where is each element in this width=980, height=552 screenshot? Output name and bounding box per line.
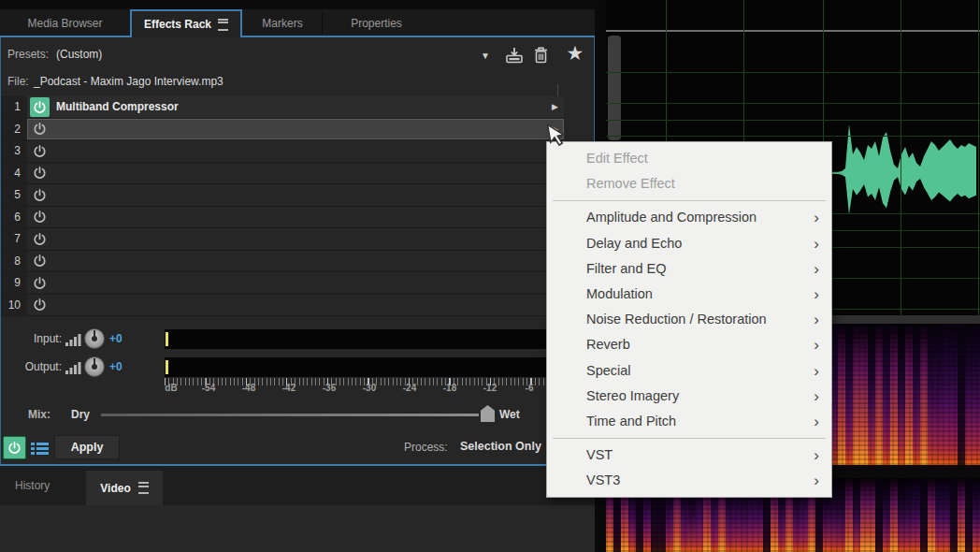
effect-slot-7[interactable]: 7: [1, 228, 564, 251]
slot-power-icon[interactable]: [30, 141, 50, 161]
slot-body[interactable]: [27, 295, 564, 316]
menu-item-time-and-pitch[interactable]: Time and Pitch›: [547, 409, 831, 434]
slot-power-icon[interactable]: [30, 273, 50, 293]
effect-slot-1[interactable]: 1Multiband Compressor▶: [1, 96, 564, 119]
mix-label: Mix:: [28, 408, 50, 421]
tab-media-browser[interactable]: Media Browser: [0, 9, 130, 37]
menu-item-noise-reduction-restoration[interactable]: Noise Reduction / Restoration›: [547, 307, 831, 332]
delete-preset-trash-icon[interactable]: [531, 45, 550, 65]
effect-slot-8[interactable]: 8: [1, 251, 564, 273]
spectral-column: [860, 478, 868, 552]
slot-number: 8: [1, 251, 27, 272]
effect-slot-10[interactable]: 10: [1, 295, 564, 317]
tab-properties[interactable]: Properties: [323, 9, 430, 37]
spectral-column: [950, 324, 958, 465]
slot-body[interactable]: [27, 272, 564, 294]
slot-power-icon[interactable]: [30, 251, 50, 270]
slot-power-icon[interactable]: [30, 229, 50, 249]
menu-item-reverb[interactable]: Reverb›: [547, 332, 831, 357]
slot-menu-arrow-icon[interactable]: ▶: [552, 102, 558, 111]
menu-item-remove-effect: Remove Effect: [547, 171, 831, 196]
rack-power-button[interactable]: [3, 436, 26, 459]
effects-slot-list: 1Multiband Compressor▶2▶345678910: [1, 96, 594, 316]
submenu-arrow-icon: ›: [814, 256, 819, 282]
save-preset-icon[interactable]: [504, 46, 525, 65]
menu-item-vst[interactable]: VST›: [547, 443, 831, 468]
slot-power-icon[interactable]: [30, 163, 50, 182]
menu-item-vst3[interactable]: VST3›: [547, 468, 831, 493]
slot-power-icon[interactable]: [30, 295, 50, 314]
effects-panel-tabbar: Media BrowserEffects RackMarkersProperti…: [0, 9, 595, 37]
spectral-column: [920, 324, 928, 465]
menu-item-modulation[interactable]: Modulation›: [547, 282, 831, 307]
presets-row: Presets: (Custom) ▼ ★: [0, 39, 595, 71]
tab-history[interactable]: History: [15, 479, 50, 492]
gain-knob[interactable]: [84, 356, 105, 377]
slot-body[interactable]: [27, 140, 564, 162]
mix-slider-track[interactable]: [101, 414, 479, 416]
presets-dropdown-icon[interactable]: ▼: [477, 47, 494, 64]
slot-power-icon[interactable]: [30, 185, 50, 205]
slot-power-icon[interactable]: [30, 207, 50, 226]
slot-power-icon[interactable]: [30, 97, 50, 117]
slot-body[interactable]: ▶: [27, 119, 564, 140]
slot-body[interactable]: [27, 163, 564, 184]
mix-dry-label: Dry: [71, 408, 90, 421]
tab-markers[interactable]: Markers: [242, 9, 323, 37]
slot-body[interactable]: [27, 184, 564, 206]
effect-slot-6[interactable]: 6: [1, 207, 564, 229]
slot-body[interactable]: Multiband Compressor▶: [27, 96, 564, 118]
rack-list-toggle-icon[interactable]: [31, 441, 50, 456]
scale-label: dB: [165, 383, 177, 393]
scale-label: -6: [526, 383, 534, 393]
spectral-column: [875, 478, 883, 552]
spectral-column: [853, 324, 860, 465]
grid-line-vertical: [901, 0, 901, 315]
spectral-column: [853, 478, 860, 552]
spectral-column: [875, 324, 883, 465]
menu-item-delay-and-echo[interactable]: Delay and Echo›: [547, 231, 831, 256]
tab-effects-rack[interactable]: Effects Rack: [130, 9, 242, 37]
tab-video[interactable]: Video: [86, 471, 163, 505]
slot-body[interactable]: [27, 228, 564, 250]
effect-slot-2[interactable]: 2▶: [1, 119, 564, 141]
slot-number: 6: [1, 207, 27, 228]
slot-number: 1: [1, 96, 27, 118]
level-meter: [165, 329, 593, 349]
slot-body[interactable]: [27, 207, 564, 228]
slot-number: 3: [1, 140, 27, 162]
effect-slot-3[interactable]: 3: [1, 140, 564, 163]
spectral-column: [943, 324, 950, 465]
menu-item-label: Amplitude and Compression: [586, 210, 757, 225]
menu-item-stereo-imagery[interactable]: Stereo Imagery›: [547, 384, 831, 409]
gain-knob[interactable]: [84, 328, 105, 349]
spectral-column: [965, 324, 973, 465]
slot-power-icon[interactable]: [30, 119, 50, 138]
process-label: Process:: [404, 441, 448, 454]
slot-number: 2: [1, 119, 27, 140]
effect-slot-9[interactable]: 9: [1, 272, 564, 295]
menu-item-filter-and-eq[interactable]: Filter and EQ›: [547, 256, 831, 282]
spectral-column: [913, 478, 920, 552]
menu-item-label: Stereo Imagery: [586, 388, 679, 403]
presets-value[interactable]: (Custom): [56, 48, 102, 61]
gain-value: +0: [109, 332, 122, 345]
favorite-star-icon[interactable]: ★: [563, 41, 587, 65]
menu-item-amplitude-and-compression[interactable]: Amplitude and Compression›: [547, 205, 831, 230]
spectral-column: [920, 478, 928, 552]
slot-body[interactable]: [27, 251, 564, 272]
panel-menu-icon[interactable]: [218, 19, 228, 31]
effect-slot-5[interactable]: 5: [1, 184, 564, 207]
menu-item-special[interactable]: Special›: [547, 358, 831, 384]
submenu-arrow-icon: ›: [814, 231, 819, 256]
submenu-arrow-icon: ›: [814, 332, 819, 357]
menu-item-label: Special: [586, 363, 631, 378]
slot-number: 7: [1, 228, 27, 250]
menu-item-label: Delay and Echo: [586, 236, 682, 251]
spectral-column: [965, 478, 973, 552]
apply-button[interactable]: Apply: [54, 435, 120, 459]
effect-slot-4[interactable]: 4: [1, 163, 564, 185]
spectral-column: [943, 478, 950, 552]
video-panel-menu-icon[interactable]: [138, 482, 149, 494]
process-mode-dropdown[interactable]: Selection Only: [460, 440, 541, 453]
